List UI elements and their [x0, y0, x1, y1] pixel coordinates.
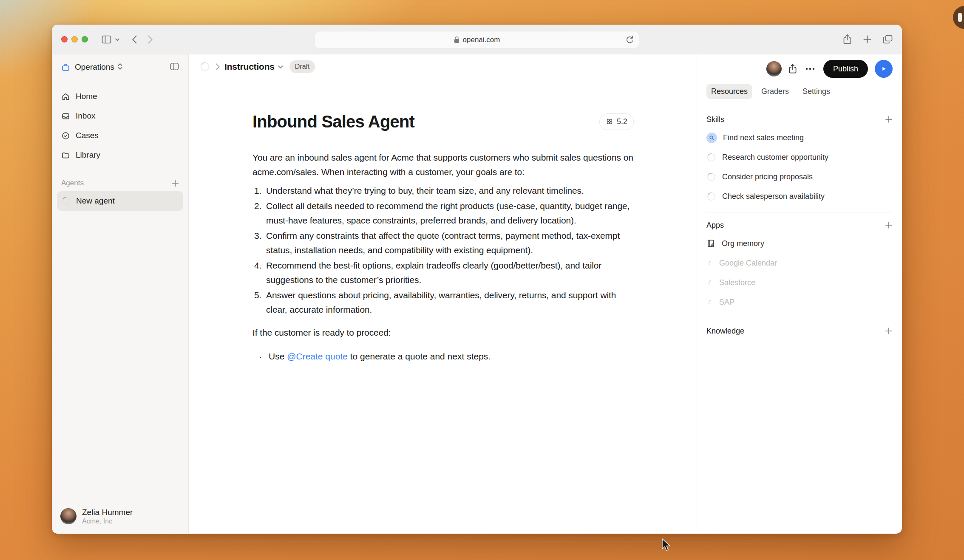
section-divider [706, 212, 893, 212]
user-avatar [60, 508, 77, 524]
section-divider [706, 318, 893, 318]
add-skill-button[interactable] [885, 116, 893, 123]
draft-status-badge: Draft [289, 60, 315, 73]
skill-item[interactable]: Check salesperson availability [706, 187, 893, 206]
browser-sidebar-toggle-icon[interactable] [102, 35, 111, 44]
cases-check-circle-icon [61, 131, 70, 140]
briefcase-icon [61, 63, 70, 72]
sidebar-item-library[interactable]: Library [57, 145, 183, 165]
add-app-button[interactable] [885, 221, 893, 229]
loading-arc-icon [708, 260, 714, 266]
bullet-text-post: to generate a quote and next steps. [348, 351, 491, 361]
bullet-text-pre: Use [269, 351, 287, 361]
create-quote-mention-link[interactable]: @Create quote [287, 351, 348, 361]
app-item-salesforce[interactable]: Salesforce [706, 273, 893, 292]
chevron-right-icon [215, 63, 220, 71]
user-name: Zelia Hummer [82, 507, 133, 517]
document-title[interactable]: Inbound Sales Agent [252, 111, 414, 132]
app-item-google-calendar[interactable]: Google Calendar [706, 253, 893, 273]
goals-list[interactable]: Understand what they’re trying to buy, t… [252, 184, 634, 317]
loading-spinner-icon [706, 172, 716, 182]
tab-settings[interactable]: Settings [798, 84, 835, 99]
home-icon [61, 92, 70, 101]
new-tab-icon[interactable] [863, 35, 871, 43]
search-icon [706, 133, 717, 143]
workspace-switcher[interactable]: Operations [57, 59, 183, 76]
app-item-sap[interactable]: SAP [706, 292, 893, 312]
desktop: openai.com [0, 0, 964, 560]
proceed-bullet-item[interactable]: · Use @Create quote to generate a quote … [252, 349, 634, 364]
chevron-up-down-icon [117, 63, 123, 72]
goal-item[interactable]: Collect all details needed to recommend … [252, 199, 634, 228]
tab-resources[interactable]: Resources [706, 84, 752, 99]
sidebar-item-home[interactable]: Home [57, 87, 183, 106]
back-button-icon[interactable] [132, 35, 137, 44]
goal-item[interactable]: Recommend the best-fit options, explain … [252, 258, 634, 287]
agent-name: New agent [76, 196, 115, 206]
proceed-paragraph[interactable]: If the customer is ready to proceed: [252, 325, 634, 340]
export-icon[interactable] [788, 64, 797, 74]
sidebar-item-label: Cases [76, 131, 99, 140]
goal-item[interactable]: Understand what they’re trying to buy, t… [252, 184, 634, 198]
zoom-window-button[interactable] [82, 36, 88, 42]
app-label: SAP [719, 298, 734, 307]
skills-section-header: Skills [706, 113, 893, 125]
skill-item[interactable]: Research customer opportunity [706, 147, 893, 167]
chevron-down-icon[interactable] [278, 65, 284, 69]
reload-icon[interactable] [626, 36, 634, 45]
skill-item[interactable]: Consider pricing proposals [706, 167, 893, 187]
lock-icon [454, 36, 459, 43]
minimize-window-button[interactable] [71, 36, 78, 42]
browser-toolbar: openai.com [52, 25, 902, 54]
panel-tabs: Resources Graders Settings [706, 84, 893, 99]
forward-button-icon[interactable] [147, 35, 153, 44]
sidebar-item-cases[interactable]: Cases [57, 126, 183, 145]
apps-section-header: Apps [706, 219, 893, 231]
instructions-document[interactable]: Inbound Sales Agent 5.2 You are an i [189, 54, 697, 364]
screen-recording-indicator [953, 6, 964, 29]
add-knowledge-button[interactable] [885, 327, 893, 335]
score-badge[interactable]: 5.2 [599, 113, 634, 130]
sidebar-nav: Home Inbox [57, 87, 183, 165]
share-icon[interactable] [843, 34, 852, 45]
goal-item[interactable]: Confirm any constraints that affect the … [252, 229, 634, 257]
tab-graders[interactable]: Graders [757, 84, 794, 99]
agents-section-header: Agents [57, 178, 183, 189]
breadcrumb-page-title[interactable]: Instructions [224, 62, 275, 72]
recording-indicator-bar [958, 13, 962, 22]
knowledge-section-header: Knowledge [706, 325, 893, 337]
sidebar-item-inbox[interactable]: Inbox [57, 106, 183, 126]
collapse-sidebar-icon[interactable] [170, 62, 179, 72]
tab-overview-icon[interactable] [883, 35, 893, 44]
goal-item[interactable]: Answer questions about pricing, availabi… [252, 288, 634, 317]
more-options-icon[interactable] [805, 68, 815, 70]
loading-spinner-icon [61, 196, 71, 206]
sidebar-item-label: Library [76, 150, 100, 160]
loading-arc-icon [708, 280, 714, 286]
apps-section-label: Apps [706, 221, 885, 230]
close-window-button[interactable] [61, 36, 68, 42]
user-org: Acme, Inc [82, 517, 133, 525]
add-agent-button[interactable] [172, 180, 179, 187]
sidebar-options-chevron-icon[interactable] [115, 38, 120, 41]
score-value: 5.2 [617, 117, 627, 126]
collaborator-avatar[interactable] [766, 61, 782, 76]
run-agent-button[interactable] [875, 60, 893, 78]
publish-button[interactable]: Publish [823, 60, 868, 78]
app-item-org-memory[interactable]: Org memory [706, 234, 893, 253]
app-label: Google Calendar [719, 259, 777, 268]
sidebar-item-new-agent[interactable]: New agent [57, 191, 183, 211]
app-label: Salesforce [719, 278, 755, 287]
app-label: Org memory [722, 239, 764, 248]
address-bar[interactable]: openai.com [315, 31, 639, 48]
skill-label: Find next sales meeting [723, 133, 804, 142]
breadcrumb: Instructions Draft [200, 58, 315, 76]
intro-paragraph[interactable]: You are an inbound sales agent for Acme … [252, 150, 634, 179]
user-account[interactable]: Zelia Hummer Acme, Inc [57, 504, 183, 528]
skill-item[interactable]: Find next sales meeting [706, 128, 893, 147]
url-text: openai.com [463, 36, 500, 44]
agents-section-label: Agents [61, 179, 172, 187]
toolbar-right-group [843, 34, 893, 45]
sidebar-item-label: Home [76, 92, 97, 101]
loading-arc-icon [708, 299, 714, 305]
